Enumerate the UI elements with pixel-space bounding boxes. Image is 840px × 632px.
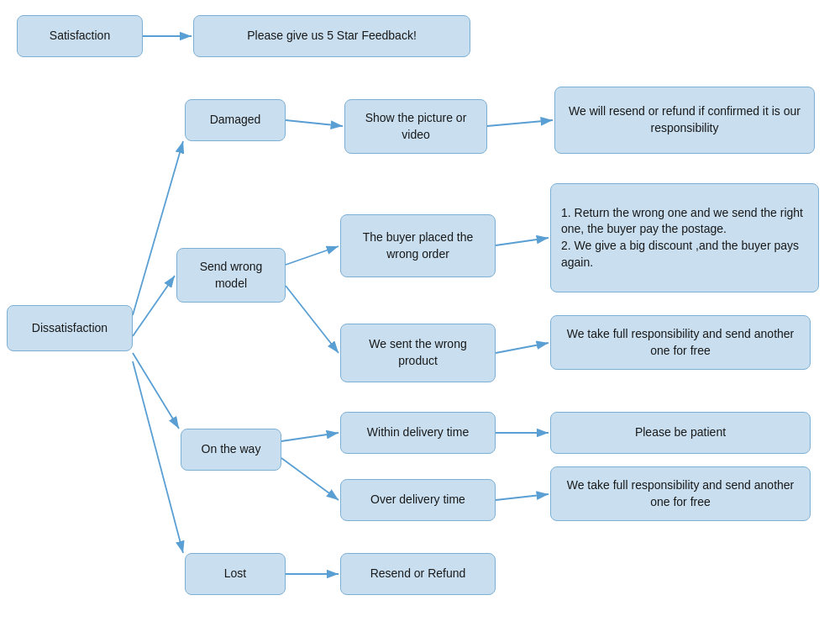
resend-refund-confirmed-node: We will resend or refund if confirmed it… [554,87,815,154]
buyer-wrong-order-node: The buyer placed the wrong order [340,214,496,277]
send-wrong-model-node: Send wrong model [176,248,286,303]
svg-line-15 [496,494,549,500]
dissatisfaction-node: Dissatisfaction [7,305,133,351]
svg-line-7 [487,120,553,126]
full-resp-free2-node: We take full responsibility and send ano… [550,466,811,521]
svg-line-5 [133,361,183,553]
svg-line-8 [286,246,339,265]
svg-line-6 [286,120,343,126]
full-resp-free-node: We take full responsibility and send ano… [550,315,811,370]
within-delivery-node: Within delivery time [340,412,496,454]
damaged-node: Damaged [185,99,286,141]
buyer-wrong-result-node: 1. Return the wrong one and we send the … [550,183,819,292]
lost-node: Lost [185,553,286,595]
diagram: Satisfaction Please give us 5 Star Feedb… [0,0,840,632]
please-patient-node: Please be patient [550,412,811,454]
sent-wrong-product-node: We sent the wrong product [340,324,496,382]
svg-line-3 [133,276,175,336]
five-star-node: Please give us 5 Star Feedback! [193,15,470,57]
svg-line-4 [133,353,179,429]
svg-line-2 [133,141,183,315]
svg-line-9 [286,286,339,353]
over-delivery-node: Over delivery time [340,479,496,521]
svg-line-10 [496,238,549,245]
on-the-way-node: On the way [181,429,281,471]
resend-refund-node: Resend or Refund [340,553,496,595]
satisfaction-node: Satisfaction [17,15,143,57]
svg-line-12 [281,433,339,441]
svg-line-11 [496,343,549,353]
show-picture-node: Show the picture or video [344,99,487,154]
svg-line-13 [281,458,339,500]
